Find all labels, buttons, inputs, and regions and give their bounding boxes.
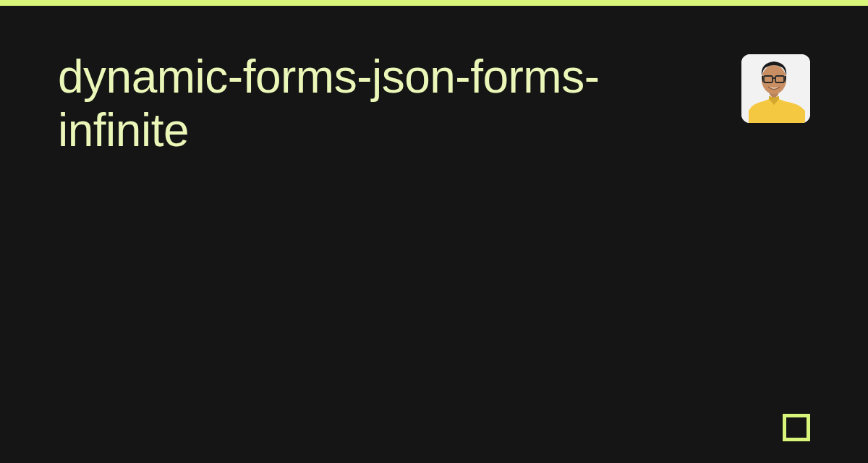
accent-top-bar xyxy=(0,0,868,6)
avatar-image xyxy=(741,54,810,123)
square-outline-icon xyxy=(783,414,810,441)
main-content: dynamic-forms-json-forms-infinite xyxy=(0,6,868,157)
page-title: dynamic-forms-json-forms-infinite xyxy=(58,51,709,157)
avatar xyxy=(741,54,810,123)
